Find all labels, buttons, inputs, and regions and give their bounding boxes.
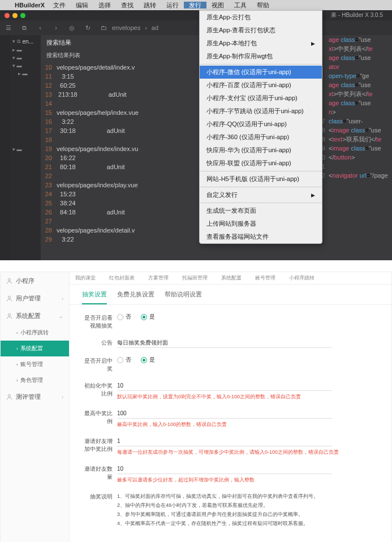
menu-跳转[interactable]: 跳转 — [139, 2, 161, 8]
top-nav: 我的课堂红包封面表方案管理托福班管理系统配置账号管理小程序跳转 — [70, 272, 391, 285]
maximize-icon[interactable] — [20, 13, 25, 18]
close-icon[interactable] — [5, 13, 10, 18]
menu-item[interactable]: 小程序-百度 (仅适用于uni-app) — [200, 79, 322, 92]
menu-item[interactable]: 原生App-查看云打包状态 — [200, 24, 322, 37]
menu-item[interactable]: 小程序-微信 (仅适用于uni-app) — [200, 66, 322, 79]
sidebar-item-小程序[interactable]: 小程序 — [1, 272, 69, 290]
app-name[interactable]: HBuilderX — [11, 2, 48, 8]
menu-item[interactable]: 快应用-华为 (仅适用于uni-app) — [200, 144, 322, 157]
sidebar-sub-账号管理[interactable]: ›账号管理 — [1, 356, 69, 372]
invite-add-input[interactable] — [117, 436, 332, 446]
code-line[interactable]: 27class="user- — [313, 117, 392, 126]
breadcrumb-2[interactable]: ad — [152, 24, 158, 31]
sidebar-item-测评管理[interactable]: 测评管理‹ — [1, 388, 69, 406]
menu-item[interactable]: 小程序-支付宝 (仅适用于uni-app) — [200, 92, 322, 105]
init-ratio-input[interactable] — [117, 381, 332, 391]
code-line[interactable]: age class="use — [313, 35, 392, 44]
breadcrumb-1[interactable]: envelopes — [112, 24, 140, 31]
max-ratio-input[interactable] — [117, 408, 332, 419]
code-line[interactable]: age class="use — [313, 98, 392, 107]
code-line[interactable]: 29<image class="use — [313, 144, 392, 153]
menu-icon[interactable]: ☰ — [5, 24, 12, 32]
code-line[interactable]: n> — [313, 107, 392, 117]
code-line[interactable]: age class="use — [313, 53, 392, 62]
publish-menu-dropdown: 原生App-云打包原生App-查看云打包状态原生App-本地打包▶原生App-制… — [199, 10, 322, 244]
copy-icon[interactable]: ⧉ — [20, 24, 28, 32]
menu-item[interactable]: 快应用-联盟 (仅适用于uni-app) — [200, 157, 322, 170]
sidebar-item-系统配置[interactable]: 系统配置⌄ — [1, 307, 69, 325]
code-line[interactable]: ator — [313, 62, 392, 71]
sidebar-sub-角色管理[interactable]: ›角色管理 — [1, 372, 69, 388]
sidebar-sub-系统配置[interactable]: ›系统配置 — [1, 341, 69, 356]
file-tree[interactable]: ▾ ⧉en... ▸ ▬ ▾ ▬ ▾ ▬ ▸ ▬ ▾ ▬ — [10, 35, 41, 260]
menu-item[interactable]: 小程序-字节跳动 (仅适用于uni-app) — [200, 105, 322, 118]
tab-帮助说明设置[interactable]: 帮助说明设置 — [165, 290, 202, 304]
topnav-item[interactable]: 托福班管理 — [182, 274, 208, 282]
menu-编辑[interactable]: 编辑 — [71, 2, 93, 8]
chevron-icon: ⌄ — [59, 313, 63, 319]
code-editor-right[interactable]: age class="usext>中奖列表</teage class="usea… — [313, 35, 392, 260]
menu-查找[interactable]: 查找 — [116, 2, 139, 8]
desc-text: 1、可抽奖封面的库存均可抽，抽奖活动真实，抽中封面可在我的中奖列表中查看序列号。… — [117, 492, 379, 528]
menu-item[interactable]: 网站-H5手机版 (仅适用于uni-app) — [200, 173, 322, 186]
menu-帮助[interactable]: 帮助 — [252, 2, 274, 8]
code-line[interactable]: 30</button> — [313, 153, 392, 162]
label-invite-count: 邀请好友数量 — [82, 464, 117, 484]
back-icon[interactable]: ‹ — [36, 24, 44, 31]
code-line[interactable]: xt>中奖列表</te — [313, 44, 392, 53]
code-line[interactable]: 28<text>联系我们</te — [313, 135, 392, 144]
menu-item[interactable]: 自定义发行▶ — [200, 188, 322, 201]
menu-item[interactable]: 小程序-QQ(仅适用于uni-app) — [200, 118, 322, 131]
sidebar-item-用户管理[interactable]: 用户管理‹ — [1, 290, 69, 307]
user-icon — [6, 313, 12, 319]
menu-item[interactable]: 生成统一发布页面 — [200, 204, 322, 217]
forward-icon[interactable]: › — [52, 24, 60, 31]
minimize-icon[interactable] — [12, 13, 18, 18]
radio-watch-yes[interactable]: 是 — [141, 313, 155, 321]
menu-视图[interactable]: 视图 — [206, 2, 229, 8]
menu-item[interactable]: 查看服务器端网站文件 — [200, 230, 322, 243]
code-line[interactable]: 28<image class="use — [313, 126, 392, 135]
code-line[interactable]: xt>中奖列表</te — [313, 89, 392, 98]
settings-form: 是否开启看视频抽奖 否 是 公告 是否开启中奖 否 是 初始化中奖比例 — [70, 305, 391, 542]
ide-window: HBuilderX 文件编辑选择查找跳转运行发行视图工具帮助 果 - HBuil… — [0, 0, 392, 260]
activity-bar[interactable] — [0, 35, 10, 260]
svg-point-2 — [8, 313, 10, 316]
target-icon[interactable]: ◎ — [68, 24, 76, 32]
topnav-item[interactable]: 小程序跳转 — [289, 274, 315, 282]
menu-item[interactable]: 小程序-360 (仅适用于uni-app) — [200, 131, 322, 144]
menu-文件[interactable]: 文件 — [48, 2, 71, 8]
menu-item[interactable]: 上传网站到服务器 — [200, 217, 322, 230]
sidebar-sub-小程序跳转[interactable]: ›小程序跳转 — [1, 325, 69, 341]
topnav-item[interactable]: 我的课堂 — [75, 274, 96, 282]
code-line[interactable]: 31 — [313, 162, 392, 171]
code-line[interactable]: 32<navigator url="/page — [313, 171, 392, 180]
topnav-item[interactable]: 账号管理 — [255, 274, 275, 282]
code-line[interactable]: age class="use — [313, 80, 392, 89]
radio-win-no[interactable]: 否 — [117, 356, 131, 364]
menu-运行[interactable]: 运行 — [161, 2, 184, 8]
max-ratio-hint: 最高中奖比例，输入0-100的整数，错误自己负责 — [117, 421, 379, 428]
menu-工具[interactable]: 工具 — [229, 2, 252, 8]
invite-count-input[interactable] — [117, 464, 332, 474]
menu-item[interactable]: 原生App-本地打包▶ — [200, 37, 322, 50]
refresh-icon[interactable]: ↻ — [84, 24, 92, 32]
svg-point-0 — [8, 278, 10, 281]
radio-watch-no[interactable]: 否 — [117, 313, 131, 321]
code-line[interactable]: open-type="ge — [313, 71, 392, 80]
root-folder[interactable]: en... — [23, 38, 33, 45]
topnav-item[interactable]: 系统配置 — [221, 274, 242, 282]
menu-选择[interactable]: 选择 — [93, 2, 116, 8]
tab-免费兑换设置[interactable]: 免费兑换设置 — [117, 290, 154, 304]
notice-input[interactable] — [117, 338, 332, 348]
topnav-item[interactable]: 红包封面表 — [109, 274, 135, 282]
topnav-item[interactable]: 方案管理 — [148, 274, 169, 282]
folder-icon: 🗀 — [100, 24, 107, 31]
radio-win-yes[interactable]: 是 — [141, 356, 155, 364]
traffic-lights — [5, 13, 25, 18]
tab-抽奖设置[interactable]: 抽奖设置 — [82, 290, 107, 304]
label-max-ratio: 最高中奖比例 — [82, 408, 117, 428]
menu-发行[interactable]: 发行 — [184, 2, 206, 8]
menu-item[interactable]: 原生App-云打包 — [200, 11, 322, 24]
menu-item[interactable]: 原生App-制作应用wgt包 — [200, 50, 322, 63]
